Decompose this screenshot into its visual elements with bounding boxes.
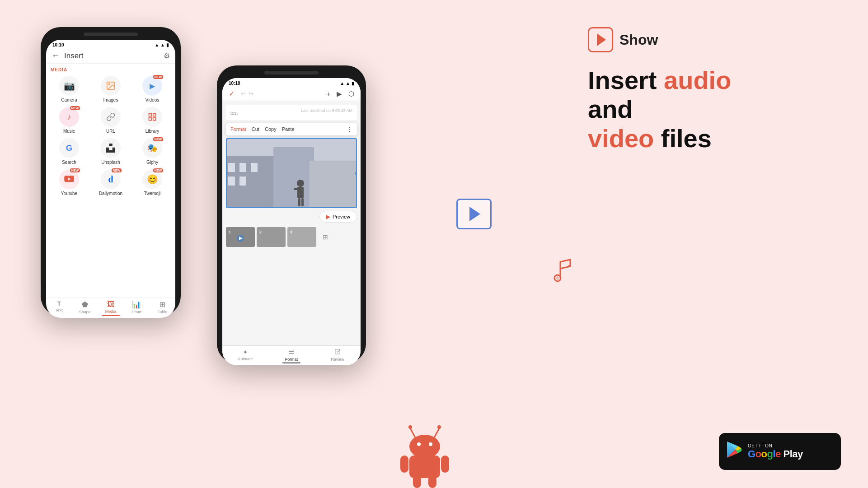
url-label: URL	[106, 129, 115, 134]
giphy-item[interactable]: 🎭 NEW Giphy	[134, 138, 171, 165]
nav-media[interactable]: 🖼 Media	[98, 300, 123, 316]
dailymotion-icon: d NEW	[101, 169, 121, 189]
ctx-format[interactable]: Format	[230, 126, 246, 132]
camera-item[interactable]: 📷 Camera	[51, 76, 88, 102]
svg-line-37	[434, 428, 439, 438]
svg-rect-8	[273, 147, 314, 208]
google-play-text: GET IT ON Google Play	[748, 443, 803, 460]
back-arrow-icon[interactable]: ←	[52, 51, 60, 60]
music-item[interactable]: ♪ NEW Music	[51, 107, 88, 134]
headline-part1: Insert	[588, 66, 664, 94]
redo-icon[interactable]: ↪	[249, 90, 253, 97]
nav-chart-label: Chart	[131, 310, 141, 314]
svg-rect-9	[310, 161, 357, 208]
play-icon[interactable]: ▶	[337, 90, 342, 98]
svg-rect-18	[298, 198, 300, 206]
ctx-more[interactable]: ⋮	[346, 125, 352, 133]
video-background: ▶	[226, 138, 357, 208]
settings-icon[interactable]: ⚙	[164, 51, 170, 60]
svg-rect-45	[413, 475, 421, 488]
library-icon	[142, 107, 162, 127]
insert-icon[interactable]: +	[326, 90, 330, 98]
format-tabs: ✦ Animate Format	[222, 345, 361, 365]
giphy-icon: 🎭 NEW	[142, 138, 162, 158]
giphy-label: Giphy	[146, 160, 158, 165]
svg-point-41	[429, 442, 432, 446]
animate-icon: ✦	[243, 349, 248, 356]
youtube-label: Youtube	[61, 191, 77, 196]
insert-content: MEDIA 📷 Camera Images	[46, 64, 175, 297]
right-section: Show Insert audio and video files	[588, 27, 841, 167]
review-label: Review	[331, 357, 344, 362]
slide-thumb-2[interactable]: 2	[257, 227, 286, 247]
images-item[interactable]: Images	[92, 76, 129, 102]
chart-nav-icon: 📊	[132, 300, 141, 309]
headline-part2: and	[588, 95, 633, 123]
nav-shape[interactable]: ⬟ Shape	[72, 300, 98, 316]
right-phone: 10:10 ▲ ▲ ▮ ✓ ↩ ↪ + ▶ ⬡ test Last modifi…	[217, 65, 366, 363]
svg-rect-12	[251, 163, 258, 172]
svg-text:1: 1	[229, 230, 231, 234]
slide-more-btn[interactable]: ⊞	[318, 227, 333, 247]
dailymotion-item[interactable]: d NEW Dailymotion	[92, 169, 129, 196]
editor-status-bar: 10:10 ▲ ▲ ▮	[222, 78, 361, 87]
videos-badge: NEW	[153, 75, 163, 79]
search-label: Search	[62, 160, 76, 165]
slide-thumb-1[interactable]: 1	[226, 227, 255, 247]
nav-table[interactable]: ⊞ Table	[150, 300, 175, 316]
svg-rect-3	[153, 114, 156, 116]
insert-header: ← Insert ⚙	[46, 48, 175, 64]
svg-point-1	[108, 84, 110, 85]
unsplash-item[interactable]: Unsplash	[92, 138, 129, 165]
google-play-button[interactable]: GET IT ON Google Play	[719, 433, 841, 470]
gplay-top-text: GET IT ON	[748, 443, 803, 448]
svg-rect-46	[428, 475, 436, 488]
svg-line-35	[410, 428, 416, 438]
videos-icon: ▶ NEW	[142, 76, 162, 96]
images-icon	[101, 76, 121, 96]
text-nav-icon: T	[57, 300, 61, 307]
context-menu: Format Cut Copy Paste ⋮	[226, 123, 357, 135]
float-video-icon	[456, 199, 492, 229]
ctx-cut[interactable]: Cut	[252, 126, 259, 132]
nav-text[interactable]: T Text	[46, 300, 72, 316]
svg-point-38	[437, 425, 441, 429]
videos-label: Videos	[145, 98, 159, 102]
float-music-icon	[551, 257, 574, 288]
gplay-e: e	[775, 448, 781, 460]
preview-button[interactable]: ▶ Preview	[319, 211, 357, 223]
check-icon[interactable]: ✓	[229, 89, 235, 98]
animate-tab[interactable]: ✦ Animate	[222, 346, 268, 365]
svg-rect-2	[149, 114, 152, 116]
url-item[interactable]: URL	[92, 107, 129, 134]
gplay-o1: o	[755, 448, 761, 460]
review-tab[interactable]: Review	[314, 346, 361, 365]
youtube-item[interactable]: NEW Youtube	[51, 169, 88, 196]
svg-rect-43	[400, 455, 408, 473]
slide-strip: 1 2 3 ⊞	[222, 225, 361, 249]
share-icon[interactable]: ⬡	[348, 90, 354, 98]
ctx-copy[interactable]: Copy	[265, 126, 277, 132]
handle-mr[interactable]	[355, 172, 357, 175]
handle-br[interactable]	[355, 206, 357, 208]
wifi-icon: ▲	[160, 42, 165, 47]
slide-thumb-3[interactable]: 3	[287, 227, 316, 247]
unsplash-label: Unsplash	[101, 160, 120, 165]
format-tab[interactable]: Format	[268, 346, 314, 365]
search-item[interactable]: G Search	[51, 138, 88, 165]
bottom-nav: T Text ⬟ Shape 🖼 Media 📊 Chart ⊞ Table	[46, 297, 175, 318]
left-status-icons: ▲ ▲ ▮	[155, 42, 169, 47]
svg-point-40	[417, 442, 421, 446]
twemoji-item[interactable]: 😊 NEW Twemoji	[134, 169, 171, 196]
nav-shape-label: Shape	[79, 310, 91, 314]
nav-chart[interactable]: 📊 Chart	[124, 300, 150, 316]
editor-filename: test	[230, 111, 238, 116]
undo-icon[interactable]: ↩	[241, 90, 246, 97]
ctx-paste[interactable]: Paste	[282, 126, 295, 132]
review-icon	[334, 349, 341, 356]
library-item[interactable]: Library	[134, 107, 171, 134]
svg-point-39	[409, 435, 440, 458]
svg-rect-34	[556, 276, 559, 280]
svg-rect-5	[149, 118, 152, 121]
videos-item[interactable]: ▶ NEW Videos	[134, 76, 171, 102]
